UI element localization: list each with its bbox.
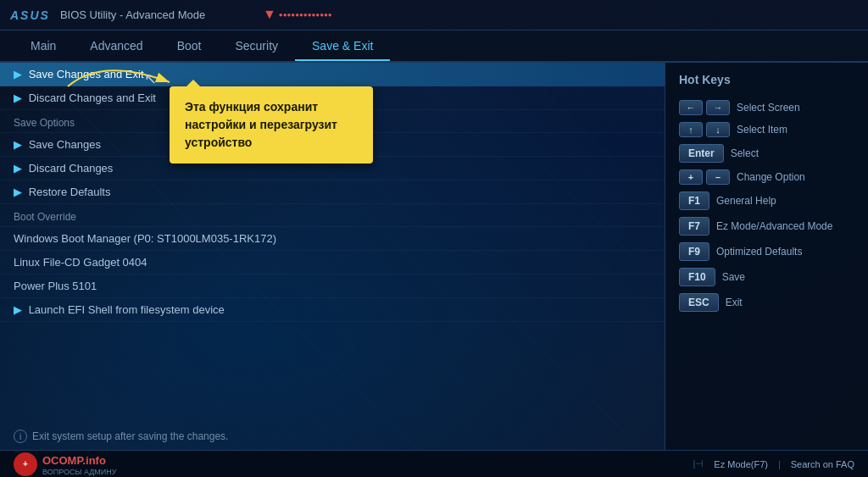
hotkey-buttons-enter: Enter xyxy=(679,144,724,163)
hotkey-buttons-f9: F9 xyxy=(679,242,709,261)
watermark-subtitle: ВОПРОСЫ АДМИНУ xyxy=(42,468,117,476)
tooltip-box: Эта функция сохранит настройки и перезаг… xyxy=(170,86,373,164)
watermark-site: OCOMP.info xyxy=(42,454,106,467)
arrow-icon: ▼ xyxy=(263,7,276,22)
bottom-info: i Exit system setup after saving the cha… xyxy=(14,430,228,443)
menu-item-power-plus[interactable]: Power Plus 5101 xyxy=(0,275,665,298)
arrow-icon: ▶ xyxy=(14,138,22,151)
content-area: ▶ Save Changes and Exit ▶ Discard Change… xyxy=(0,63,868,450)
arrow-icon: ▶ xyxy=(14,186,22,198)
hotkey-row-f10: F10 Save xyxy=(679,268,854,286)
hotkey-row-enter: Enter Select xyxy=(679,144,854,163)
arrow-icon: ▶ xyxy=(14,303,22,316)
asus-logo: ASUS xyxy=(10,8,50,22)
hotkey-row-esc: ESC Exit xyxy=(679,293,854,312)
search-faq-label[interactable]: Search on FAQ xyxy=(791,459,854,469)
key-plus[interactable]: + xyxy=(679,169,703,185)
hotkey-row-f1: F1 General Help xyxy=(679,191,854,210)
watermark-icon: + xyxy=(14,452,37,476)
hotkey-row-f9: F9 Optimized Defaults xyxy=(679,242,854,261)
menu-item-launch-efi[interactable]: ▶ Launch EFI Shell from filesystem devic… xyxy=(0,298,665,322)
info-icon: i xyxy=(14,430,27,443)
arrow-icon: ▶ xyxy=(14,68,22,80)
top-bar: ASUS BIOS Utility - Advanced Mode ▼ ●●●●… xyxy=(0,0,868,31)
hotkey-buttons-select-item: ↑ ↓ xyxy=(679,122,730,137)
mode-separator: |⊣ xyxy=(693,458,704,469)
hotkey-row-f7: F7 Ez Mode/Advanced Mode xyxy=(679,217,854,236)
tab-save-exit[interactable]: Save & Exit xyxy=(295,32,390,61)
cursor: ↖ xyxy=(144,69,157,88)
tooltip-arrow-svg xyxy=(59,63,178,91)
key-left[interactable]: ← xyxy=(679,100,703,115)
key-minus[interactable]: – xyxy=(706,169,730,185)
key-down[interactable]: ↓ xyxy=(706,122,730,137)
key-up[interactable]: ↑ xyxy=(679,122,703,137)
hotkeys-title: Hot Keys xyxy=(679,73,854,86)
top-decoration: ▼ ●●●●●●●●●●●●● xyxy=(263,7,332,22)
hotkey-row-select-item: ↑ ↓ Select Item xyxy=(679,122,854,137)
hotkey-buttons-esc: ESC xyxy=(679,293,719,312)
key-f9[interactable]: F9 xyxy=(679,242,709,261)
arrow-icon: ▶ xyxy=(14,92,22,104)
arrow-icon: ▶ xyxy=(14,162,22,175)
hotkey-buttons-f10: F10 xyxy=(679,268,715,286)
ez-mode-label[interactable]: Ez Mode(F7) xyxy=(714,459,768,469)
hotkey-buttons-f7: F7 xyxy=(679,217,709,236)
dotted-decoration: ●●●●●●●●●●●●● xyxy=(279,11,332,19)
hotkey-row-change-option: + – Change Option xyxy=(679,169,854,185)
tab-main[interactable]: Main xyxy=(14,32,73,59)
menu-item-restore-defaults[interactable]: ▶ Restore Defaults xyxy=(0,180,665,204)
tab-boot[interactable]: Boot xyxy=(160,32,219,59)
key-f7[interactable]: F7 xyxy=(679,217,709,236)
menu-header-boot-override: Boot Override xyxy=(0,204,665,227)
left-panel: ▶ Save Changes and Exit ▶ Discard Change… xyxy=(0,63,665,450)
tab-advanced[interactable]: Advanced xyxy=(73,32,159,59)
bottom-right: |⊣ Ez Mode(F7) | Search on FAQ xyxy=(693,458,854,469)
hotkeys-panel: Hot Keys ← → Select Screen ↑ ↓ Select It… xyxy=(665,63,868,450)
key-f1[interactable]: F1 xyxy=(679,191,709,210)
watermark-text: OCOMP.info ВОПРОСЫ АДМИНУ xyxy=(42,452,117,476)
menu-item-windows-boot[interactable]: Windows Boot Manager (P0: ST1000LM035-1R… xyxy=(0,227,665,251)
key-enter[interactable]: Enter xyxy=(679,144,724,163)
key-right[interactable]: → xyxy=(706,100,730,115)
menu-item-linux-cd[interactable]: Linux File-CD Gadget 0404 xyxy=(0,251,665,275)
hotkey-buttons-select-screen: ← → xyxy=(679,100,730,115)
watermark: + OCOMP.info ВОПРОСЫ АДМИНУ xyxy=(14,452,117,476)
separator: | xyxy=(778,459,781,469)
hotkey-buttons-f1: F1 xyxy=(679,191,709,210)
key-esc[interactable]: ESC xyxy=(679,293,719,312)
bios-title: BIOS Utility - Advanced Mode xyxy=(60,8,205,21)
nav-tabs: Main Advanced Boot Security Save & Exit xyxy=(0,31,868,63)
key-f10[interactable]: F10 xyxy=(679,268,715,286)
hotkey-buttons-change-option: + – xyxy=(679,169,730,185)
hotkey-row-select-screen: ← → Select Screen xyxy=(679,100,854,115)
bottom-bar: + OCOMP.info ВОПРОСЫ АДМИНУ |⊣ Ez Mode(F… xyxy=(0,450,868,477)
tab-security[interactable]: Security xyxy=(218,32,295,59)
